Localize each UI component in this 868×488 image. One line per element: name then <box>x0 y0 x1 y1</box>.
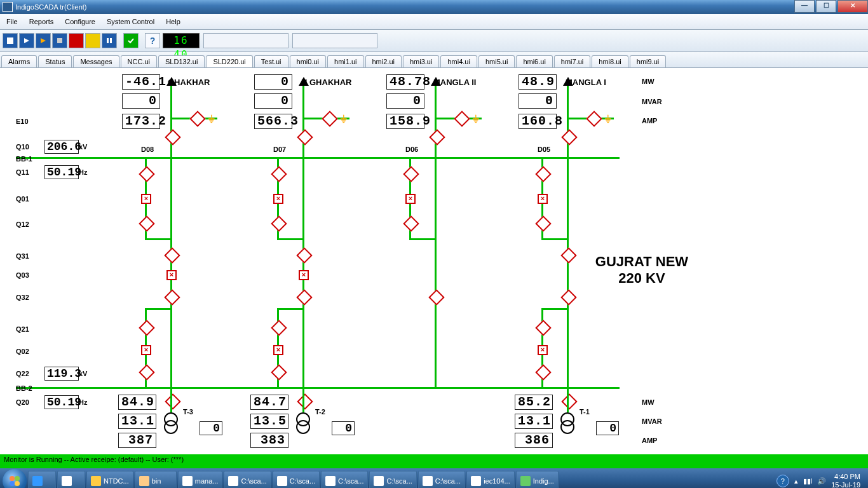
toolbar-btn-check[interactable] <box>123 33 139 48</box>
feeder-1-branch2-h <box>277 308 304 310</box>
feeder-0-q12[interactable] <box>139 215 154 231</box>
tab-hmi4[interactable]: hmi4.ui <box>440 55 477 67</box>
tray-network-icon[interactable]: ▮▮l <box>803 477 812 485</box>
taskbar-item-5[interactable]: C:\sca... <box>321 471 368 488</box>
feeder-3-q01[interactable]: × <box>538 194 548 204</box>
tray-volume-icon[interactable]: 🔊 <box>817 477 826 485</box>
tab-sld132[interactable]: SLD132.ui <box>158 55 205 67</box>
tab-test[interactable]: Test.ui <box>254 55 288 67</box>
trafo-2-disc[interactable] <box>561 393 577 409</box>
tab-hmi7[interactable]: hmi7.ui <box>554 55 590 67</box>
toolbar-btn-1[interactable] <box>3 33 18 48</box>
feeder-2-q12[interactable] <box>403 215 419 231</box>
feeder-2-gnd-disc[interactable] <box>454 111 470 126</box>
feeder-3-q02[interactable]: × <box>538 345 548 355</box>
tab-hmi2[interactable]: hmi2.ui <box>365 55 402 67</box>
toolbar-btn-2[interactable] <box>19 33 34 48</box>
feeder-0-disc-top[interactable] <box>165 129 180 145</box>
feeder-3-q11[interactable] <box>535 166 551 182</box>
tab-hmi3[interactable]: hmi3.ui <box>403 55 439 67</box>
toolbar-btn-4[interactable] <box>52 33 67 48</box>
feeder-0-gnd-disc[interactable] <box>189 111 205 126</box>
trafo-1-disc[interactable] <box>297 393 313 409</box>
taskbar-item-0[interactable]: NTDC... <box>86 471 133 488</box>
tab-hmi6[interactable]: hmi6.ui <box>516 55 552 67</box>
taskbar-pin-ie[interactable] <box>28 471 56 488</box>
minimize-button[interactable]: — <box>794 0 815 13</box>
feeder-0-q21[interactable] <box>139 320 154 336</box>
taskbar-pin-calc[interactable] <box>57 471 85 488</box>
taskbar-item-1[interactable]: bin <box>135 471 177 488</box>
feeder-0-q02[interactable]: × <box>141 345 151 355</box>
feeder-1-q22[interactable] <box>271 364 287 380</box>
menu-reports[interactable]: Reports <box>25 17 58 26</box>
feeder-1-q02[interactable]: × <box>273 345 283 355</box>
feeder-1-mvar: 0 <box>254 93 292 109</box>
feeder-2-q01[interactable]: × <box>405 194 416 204</box>
feeder-3-disc-top[interactable] <box>561 129 577 145</box>
toolbar-btn-6[interactable] <box>85 33 100 48</box>
feeder-2-disc-top[interactable] <box>429 129 445 145</box>
tray-clock[interactable]: 4:40 PM 15-Jul-19 <box>831 473 860 488</box>
tab-messages[interactable]: Messages <box>73 55 119 67</box>
toolbar-btn-5[interactable] <box>69 33 84 48</box>
feeder-2-q11[interactable] <box>403 166 419 182</box>
close-button[interactable]: ✕ <box>837 0 868 13</box>
start-button[interactable] <box>3 469 27 488</box>
tray-help-icon[interactable]: ? <box>776 475 789 487</box>
feeder-3-q31[interactable] <box>560 247 576 263</box>
tab-ncc[interactable]: NCC.ui <box>121 55 157 67</box>
tab-hmi5[interactable]: hmi5.ui <box>478 55 515 67</box>
feeder-1-q21[interactable] <box>271 320 287 336</box>
feeder-3-q21[interactable] <box>535 320 551 336</box>
feeder-1-gnd-disc[interactable] <box>322 111 337 126</box>
trafo-1-vline <box>302 387 304 412</box>
taskbar-item-2[interactable]: mana... <box>178 471 223 488</box>
menu-configure[interactable]: Configure <box>61 17 99 26</box>
toolbar-btn-3[interactable] <box>36 33 51 48</box>
feeder-3-gnd-disc[interactable] <box>586 111 602 126</box>
feeder-1-q12[interactable] <box>271 215 287 231</box>
maximize-button[interactable]: ☐ <box>816 0 836 13</box>
feeder-1-amp: 566.3 <box>254 114 292 129</box>
feeder-3-q12[interactable] <box>535 215 551 231</box>
trafo-0-disc[interactable] <box>165 393 180 409</box>
feeder-0-q11[interactable] <box>139 166 154 182</box>
feeder-0-q32[interactable] <box>164 289 180 305</box>
tab-hmi0[interactable]: hmi0.ui <box>290 55 326 67</box>
feeder-0-q31[interactable] <box>164 247 180 263</box>
menu-system-control[interactable]: System Control <box>103 17 158 26</box>
taskbar-item-6[interactable]: C:\sca... <box>369 471 416 488</box>
feeder-1-q31[interactable] <box>296 247 312 263</box>
taskbar-item-7[interactable]: C:\sca... <box>418 471 465 488</box>
trafo-0-icon <box>164 412 177 434</box>
feeder-3-branch-h <box>541 238 568 240</box>
feeder-3-q22[interactable] <box>535 364 551 380</box>
feeder-3-q32[interactable] <box>560 289 576 305</box>
tab-sld220[interactable]: SLD220.ui <box>206 55 252 67</box>
menu-file[interactable]: File <box>3 17 22 26</box>
feeder-0-q03[interactable]: × <box>166 270 177 280</box>
taskbar-item-9[interactable]: Indig... <box>516 471 559 488</box>
taskbar-item-8[interactable]: iec104... <box>466 471 515 488</box>
feeder-2-q32[interactable] <box>428 289 444 305</box>
tab-hmi8[interactable]: hmi8.ui <box>592 55 628 67</box>
toolbar-btn-help[interactable]: ? <box>145 33 160 48</box>
tab-status[interactable]: Status <box>38 55 72 67</box>
toolbar-btn-7[interactable] <box>102 33 117 48</box>
feeder-0-q01[interactable]: × <box>141 194 151 204</box>
tray-chevron-icon[interactable]: ▴ <box>794 477 798 485</box>
feeder-1-q03[interactable]: × <box>299 270 309 280</box>
tab-hmi1[interactable]: hmi1.ui <box>327 55 363 67</box>
feeder-0-q22[interactable] <box>139 364 154 380</box>
taskbar-item-3[interactable]: C:\sca... <box>224 471 271 488</box>
feeder-1-q01[interactable]: × <box>273 194 283 204</box>
feeder-1-q32[interactable] <box>296 289 312 305</box>
feeder-1-q11[interactable] <box>271 166 287 182</box>
tab-alarms[interactable]: Alarms <box>1 55 37 67</box>
feeder-1-disc-top[interactable] <box>297 129 313 145</box>
tab-hmi9[interactable]: hmi9.ui <box>630 55 666 67</box>
taskbar-item-4[interactable]: C:\sca... <box>273 471 320 488</box>
feeder-1-ground-icon: ⏚ <box>341 112 347 124</box>
menu-help[interactable]: Help <box>162 17 184 26</box>
